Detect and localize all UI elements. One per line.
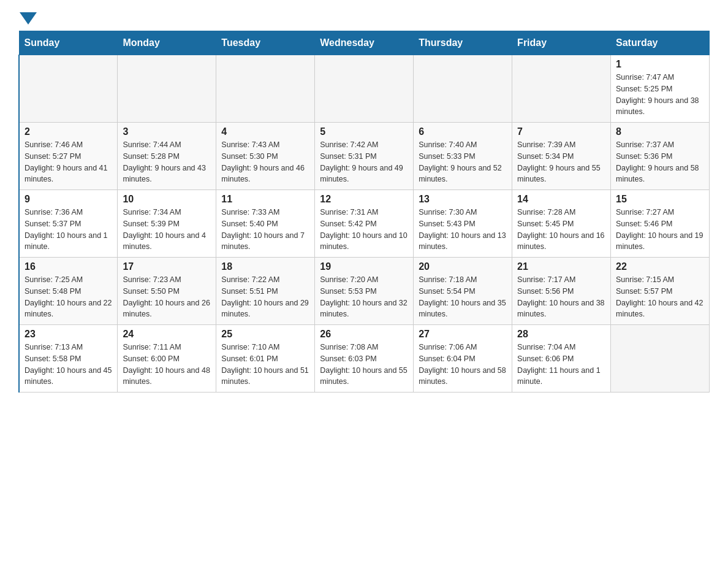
- table-row: 22Sunrise: 7:15 AMSunset: 5:57 PMDayligh…: [611, 258, 710, 325]
- day-info: Sunrise: 7:25 AMSunset: 5:48 PMDaylight:…: [25, 274, 112, 320]
- day-info: Sunrise: 7:30 AMSunset: 5:43 PMDaylight:…: [419, 207, 507, 253]
- table-row: 5Sunrise: 7:42 AMSunset: 5:31 PMDaylight…: [315, 123, 414, 190]
- table-row: [216, 55, 315, 123]
- table-row: [414, 55, 512, 123]
- logo: [18, 12, 38, 25]
- table-row: 16Sunrise: 7:25 AMSunset: 5:48 PMDayligh…: [19, 258, 118, 325]
- table-row: 13Sunrise: 7:30 AMSunset: 5:43 PMDayligh…: [414, 190, 512, 258]
- table-row: 24Sunrise: 7:11 AMSunset: 6:00 PMDayligh…: [118, 325, 216, 393]
- day-info: Sunrise: 7:23 AMSunset: 5:50 PMDaylight:…: [123, 274, 211, 320]
- day-info: Sunrise: 7:46 AMSunset: 5:27 PMDaylight:…: [25, 139, 112, 185]
- calendar-week-row: 23Sunrise: 7:13 AMSunset: 5:58 PMDayligh…: [19, 325, 710, 393]
- day-info: Sunrise: 7:31 AMSunset: 5:42 PMDaylight:…: [320, 207, 408, 253]
- table-row: 4Sunrise: 7:43 AMSunset: 5:30 PMDaylight…: [216, 123, 315, 190]
- col-tuesday: Tuesday: [216, 31, 315, 55]
- day-number: 17: [123, 261, 211, 272]
- day-number: 12: [320, 194, 408, 205]
- day-number: 11: [221, 194, 309, 205]
- table-row: 9Sunrise: 7:36 AMSunset: 5:37 PMDaylight…: [19, 190, 118, 258]
- col-saturday: Saturday: [611, 31, 710, 55]
- calendar-week-row: 9Sunrise: 7:36 AMSunset: 5:37 PMDaylight…: [19, 190, 710, 258]
- table-row: 26Sunrise: 7:08 AMSunset: 6:03 PMDayligh…: [315, 325, 414, 393]
- calendar-week-row: 2Sunrise: 7:46 AMSunset: 5:27 PMDaylight…: [19, 123, 710, 190]
- day-number: 22: [616, 261, 704, 272]
- day-number: 23: [25, 329, 112, 340]
- table-row: 1Sunrise: 7:47 AMSunset: 5:25 PMDaylight…: [611, 55, 710, 123]
- day-info: Sunrise: 7:18 AMSunset: 5:54 PMDaylight:…: [419, 274, 507, 320]
- day-info: Sunrise: 7:27 AMSunset: 5:46 PMDaylight:…: [616, 207, 704, 253]
- day-number: 7: [517, 126, 605, 137]
- day-info: Sunrise: 7:11 AMSunset: 6:00 PMDaylight:…: [123, 342, 211, 388]
- day-info: Sunrise: 7:20 AMSunset: 5:53 PMDaylight:…: [320, 274, 408, 320]
- day-info: Sunrise: 7:44 AMSunset: 5:28 PMDaylight:…: [123, 139, 211, 185]
- day-number: 27: [419, 329, 507, 340]
- day-number: 28: [517, 329, 605, 340]
- table-row: [315, 55, 414, 123]
- day-info: Sunrise: 7:08 AMSunset: 6:03 PMDaylight:…: [320, 342, 408, 388]
- table-row: 10Sunrise: 7:34 AMSunset: 5:39 PMDayligh…: [118, 190, 216, 258]
- day-number: 24: [123, 329, 211, 340]
- calendar-header-row: Sunday Monday Tuesday Wednesday Thursday…: [19, 31, 710, 55]
- day-info: Sunrise: 7:10 AMSunset: 6:01 PMDaylight:…: [221, 342, 309, 388]
- day-number: 13: [419, 194, 507, 205]
- col-friday: Friday: [512, 31, 611, 55]
- col-sunday: Sunday: [19, 31, 118, 55]
- day-number: 9: [25, 194, 112, 205]
- table-row: [118, 55, 216, 123]
- day-info: Sunrise: 7:06 AMSunset: 6:04 PMDaylight:…: [419, 342, 507, 388]
- day-info: Sunrise: 7:39 AMSunset: 5:34 PMDaylight:…: [517, 139, 605, 185]
- table-row: [611, 325, 710, 393]
- day-number: 20: [419, 261, 507, 272]
- table-row: 8Sunrise: 7:37 AMSunset: 5:36 PMDaylight…: [611, 123, 710, 190]
- table-row: 15Sunrise: 7:27 AMSunset: 5:46 PMDayligh…: [611, 190, 710, 258]
- day-number: 18: [221, 261, 309, 272]
- day-number: 19: [320, 261, 408, 272]
- table-row: 20Sunrise: 7:18 AMSunset: 5:54 PMDayligh…: [414, 258, 512, 325]
- table-row: 3Sunrise: 7:44 AMSunset: 5:28 PMDaylight…: [118, 123, 216, 190]
- table-row: 27Sunrise: 7:06 AMSunset: 6:04 PMDayligh…: [414, 325, 512, 393]
- day-info: Sunrise: 7:15 AMSunset: 5:57 PMDaylight:…: [616, 274, 704, 320]
- col-wednesday: Wednesday: [315, 31, 414, 55]
- day-number: 4: [221, 126, 309, 137]
- day-info: Sunrise: 7:40 AMSunset: 5:33 PMDaylight:…: [419, 139, 507, 185]
- table-row: 7Sunrise: 7:39 AMSunset: 5:34 PMDaylight…: [512, 123, 611, 190]
- day-info: Sunrise: 7:37 AMSunset: 5:36 PMDaylight:…: [616, 139, 704, 185]
- table-row: 11Sunrise: 7:33 AMSunset: 5:40 PMDayligh…: [216, 190, 315, 258]
- logo-triangle-icon: [20, 12, 37, 25]
- day-info: Sunrise: 7:36 AMSunset: 5:37 PMDaylight:…: [25, 207, 112, 253]
- day-number: 21: [517, 261, 605, 272]
- col-thursday: Thursday: [414, 31, 512, 55]
- day-info: Sunrise: 7:42 AMSunset: 5:31 PMDaylight:…: [320, 139, 408, 185]
- day-info: Sunrise: 7:33 AMSunset: 5:40 PMDaylight:…: [221, 207, 309, 253]
- table-row: 21Sunrise: 7:17 AMSunset: 5:56 PMDayligh…: [512, 258, 611, 325]
- table-row: 12Sunrise: 7:31 AMSunset: 5:42 PMDayligh…: [315, 190, 414, 258]
- day-number: 3: [123, 126, 211, 137]
- table-row: [19, 55, 118, 123]
- day-number: 16: [25, 261, 112, 272]
- day-info: Sunrise: 7:04 AMSunset: 6:06 PMDaylight:…: [517, 342, 605, 388]
- table-row: 14Sunrise: 7:28 AMSunset: 5:45 PMDayligh…: [512, 190, 611, 258]
- day-number: 2: [25, 126, 112, 137]
- table-row: 19Sunrise: 7:20 AMSunset: 5:53 PMDayligh…: [315, 258, 414, 325]
- day-number: 5: [320, 126, 408, 137]
- day-number: 6: [419, 126, 507, 137]
- day-number: 14: [517, 194, 605, 205]
- table-row: 25Sunrise: 7:10 AMSunset: 6:01 PMDayligh…: [216, 325, 315, 393]
- table-row: 6Sunrise: 7:40 AMSunset: 5:33 PMDaylight…: [414, 123, 512, 190]
- day-info: Sunrise: 7:34 AMSunset: 5:39 PMDaylight:…: [123, 207, 211, 253]
- day-number: 26: [320, 329, 408, 340]
- day-number: 25: [221, 329, 309, 340]
- page-header: [18, 12, 710, 25]
- day-info: Sunrise: 7:47 AMSunset: 5:25 PMDaylight:…: [616, 72, 704, 118]
- day-number: 15: [616, 194, 704, 205]
- col-monday: Monday: [118, 31, 216, 55]
- calendar-week-row: 16Sunrise: 7:25 AMSunset: 5:48 PMDayligh…: [19, 258, 710, 325]
- table-row: 28Sunrise: 7:04 AMSunset: 6:06 PMDayligh…: [512, 325, 611, 393]
- day-number: 1: [616, 59, 704, 70]
- day-info: Sunrise: 7:13 AMSunset: 5:58 PMDaylight:…: [25, 342, 112, 388]
- day-number: 8: [616, 126, 704, 137]
- table-row: 2Sunrise: 7:46 AMSunset: 5:27 PMDaylight…: [19, 123, 118, 190]
- day-info: Sunrise: 7:43 AMSunset: 5:30 PMDaylight:…: [221, 139, 309, 185]
- table-row: 23Sunrise: 7:13 AMSunset: 5:58 PMDayligh…: [19, 325, 118, 393]
- table-row: [512, 55, 611, 123]
